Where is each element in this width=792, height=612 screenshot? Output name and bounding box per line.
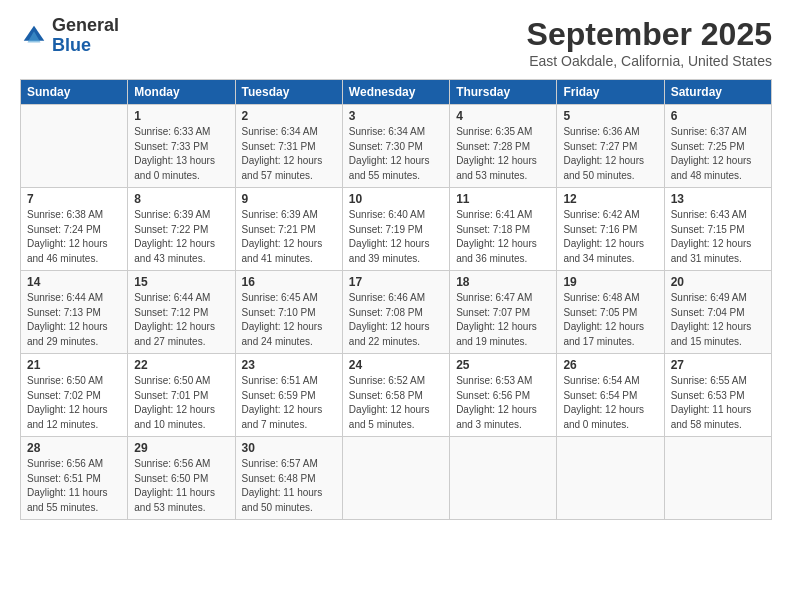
calendar-week-4: 21Sunrise: 6:50 AM Sunset: 7:02 PM Dayli…: [21, 354, 772, 437]
calendar-cell: [21, 105, 128, 188]
header-day-friday: Friday: [557, 80, 664, 105]
day-number: 7: [27, 192, 121, 206]
day-info: Sunrise: 6:53 AM Sunset: 6:56 PM Dayligh…: [456, 374, 550, 432]
header-day-sunday: Sunday: [21, 80, 128, 105]
day-info: Sunrise: 6:45 AM Sunset: 7:10 PM Dayligh…: [242, 291, 336, 349]
day-number: 18: [456, 275, 550, 289]
day-number: 1: [134, 109, 228, 123]
day-info: Sunrise: 6:52 AM Sunset: 6:58 PM Dayligh…: [349, 374, 443, 432]
header-day-saturday: Saturday: [664, 80, 771, 105]
title-block: September 2025 East Oakdale, California,…: [527, 16, 772, 69]
calendar-week-1: 1Sunrise: 6:33 AM Sunset: 7:33 PM Daylig…: [21, 105, 772, 188]
day-info: Sunrise: 6:44 AM Sunset: 7:13 PM Dayligh…: [27, 291, 121, 349]
day-info: Sunrise: 6:48 AM Sunset: 7:05 PM Dayligh…: [563, 291, 657, 349]
calendar-cell: 18Sunrise: 6:47 AM Sunset: 7:07 PM Dayli…: [450, 271, 557, 354]
calendar-cell: 24Sunrise: 6:52 AM Sunset: 6:58 PM Dayli…: [342, 354, 449, 437]
day-info: Sunrise: 6:37 AM Sunset: 7:25 PM Dayligh…: [671, 125, 765, 183]
calendar-cell: 6Sunrise: 6:37 AM Sunset: 7:25 PM Daylig…: [664, 105, 771, 188]
day-info: Sunrise: 6:39 AM Sunset: 7:21 PM Dayligh…: [242, 208, 336, 266]
day-number: 14: [27, 275, 121, 289]
day-number: 15: [134, 275, 228, 289]
location: East Oakdale, California, United States: [527, 53, 772, 69]
day-info: Sunrise: 6:55 AM Sunset: 6:53 PM Dayligh…: [671, 374, 765, 432]
calendar-cell: 29Sunrise: 6:56 AM Sunset: 6:50 PM Dayli…: [128, 437, 235, 520]
day-number: 11: [456, 192, 550, 206]
day-number: 28: [27, 441, 121, 455]
day-info: Sunrise: 6:34 AM Sunset: 7:30 PM Dayligh…: [349, 125, 443, 183]
day-info: Sunrise: 6:50 AM Sunset: 7:01 PM Dayligh…: [134, 374, 228, 432]
calendar-week-5: 28Sunrise: 6:56 AM Sunset: 6:51 PM Dayli…: [21, 437, 772, 520]
day-info: Sunrise: 6:46 AM Sunset: 7:08 PM Dayligh…: [349, 291, 443, 349]
day-number: 6: [671, 109, 765, 123]
calendar-cell: 1Sunrise: 6:33 AM Sunset: 7:33 PM Daylig…: [128, 105, 235, 188]
day-info: Sunrise: 6:40 AM Sunset: 7:19 PM Dayligh…: [349, 208, 443, 266]
day-number: 5: [563, 109, 657, 123]
day-number: 9: [242, 192, 336, 206]
calendar-cell: [450, 437, 557, 520]
day-info: Sunrise: 6:34 AM Sunset: 7:31 PM Dayligh…: [242, 125, 336, 183]
day-info: Sunrise: 6:41 AM Sunset: 7:18 PM Dayligh…: [456, 208, 550, 266]
day-number: 3: [349, 109, 443, 123]
calendar-cell: 4Sunrise: 6:35 AM Sunset: 7:28 PM Daylig…: [450, 105, 557, 188]
day-number: 20: [671, 275, 765, 289]
day-info: Sunrise: 6:36 AM Sunset: 7:27 PM Dayligh…: [563, 125, 657, 183]
day-number: 27: [671, 358, 765, 372]
header-day-thursday: Thursday: [450, 80, 557, 105]
logo-text: General Blue: [52, 16, 119, 56]
calendar-cell: 13Sunrise: 6:43 AM Sunset: 7:15 PM Dayli…: [664, 188, 771, 271]
day-info: Sunrise: 6:57 AM Sunset: 6:48 PM Dayligh…: [242, 457, 336, 515]
day-number: 30: [242, 441, 336, 455]
day-number: 25: [456, 358, 550, 372]
day-info: Sunrise: 6:47 AM Sunset: 7:07 PM Dayligh…: [456, 291, 550, 349]
day-info: Sunrise: 6:39 AM Sunset: 7:22 PM Dayligh…: [134, 208, 228, 266]
calendar-cell: 28Sunrise: 6:56 AM Sunset: 6:51 PM Dayli…: [21, 437, 128, 520]
logo-general-text: General: [52, 16, 119, 36]
day-info: Sunrise: 6:51 AM Sunset: 6:59 PM Dayligh…: [242, 374, 336, 432]
main-container: General Blue September 2025 East Oakdale…: [0, 0, 792, 530]
calendar-cell: 21Sunrise: 6:50 AM Sunset: 7:02 PM Dayli…: [21, 354, 128, 437]
day-info: Sunrise: 6:54 AM Sunset: 6:54 PM Dayligh…: [563, 374, 657, 432]
calendar-cell: 12Sunrise: 6:42 AM Sunset: 7:16 PM Dayli…: [557, 188, 664, 271]
calendar-cell: 20Sunrise: 6:49 AM Sunset: 7:04 PM Dayli…: [664, 271, 771, 354]
day-info: Sunrise: 6:49 AM Sunset: 7:04 PM Dayligh…: [671, 291, 765, 349]
calendar-cell: 30Sunrise: 6:57 AM Sunset: 6:48 PM Dayli…: [235, 437, 342, 520]
day-number: 13: [671, 192, 765, 206]
calendar-cell: 5Sunrise: 6:36 AM Sunset: 7:27 PM Daylig…: [557, 105, 664, 188]
day-info: Sunrise: 6:35 AM Sunset: 7:28 PM Dayligh…: [456, 125, 550, 183]
logo-blue-text: Blue: [52, 36, 119, 56]
day-info: Sunrise: 6:33 AM Sunset: 7:33 PM Dayligh…: [134, 125, 228, 183]
month-title: September 2025: [527, 16, 772, 53]
day-number: 2: [242, 109, 336, 123]
day-info: Sunrise: 6:56 AM Sunset: 6:51 PM Dayligh…: [27, 457, 121, 515]
calendar-cell: [342, 437, 449, 520]
day-number: 26: [563, 358, 657, 372]
day-number: 21: [27, 358, 121, 372]
calendar-cell: 27Sunrise: 6:55 AM Sunset: 6:53 PM Dayli…: [664, 354, 771, 437]
calendar-cell: [557, 437, 664, 520]
header-day-monday: Monday: [128, 80, 235, 105]
calendar-cell: 10Sunrise: 6:40 AM Sunset: 7:19 PM Dayli…: [342, 188, 449, 271]
calendar-week-3: 14Sunrise: 6:44 AM Sunset: 7:13 PM Dayli…: [21, 271, 772, 354]
calendar-cell: 25Sunrise: 6:53 AM Sunset: 6:56 PM Dayli…: [450, 354, 557, 437]
header-day-wednesday: Wednesday: [342, 80, 449, 105]
day-number: 24: [349, 358, 443, 372]
day-number: 12: [563, 192, 657, 206]
logo: General Blue: [20, 16, 119, 56]
header-row: SundayMondayTuesdayWednesdayThursdayFrid…: [21, 80, 772, 105]
calendar-table: SundayMondayTuesdayWednesdayThursdayFrid…: [20, 79, 772, 520]
day-number: 19: [563, 275, 657, 289]
day-info: Sunrise: 6:38 AM Sunset: 7:24 PM Dayligh…: [27, 208, 121, 266]
header-day-tuesday: Tuesday: [235, 80, 342, 105]
day-info: Sunrise: 6:43 AM Sunset: 7:15 PM Dayligh…: [671, 208, 765, 266]
calendar-cell: 14Sunrise: 6:44 AM Sunset: 7:13 PM Dayli…: [21, 271, 128, 354]
day-number: 10: [349, 192, 443, 206]
calendar-cell: 19Sunrise: 6:48 AM Sunset: 7:05 PM Dayli…: [557, 271, 664, 354]
calendar-week-2: 7Sunrise: 6:38 AM Sunset: 7:24 PM Daylig…: [21, 188, 772, 271]
day-info: Sunrise: 6:44 AM Sunset: 7:12 PM Dayligh…: [134, 291, 228, 349]
calendar-cell: 15Sunrise: 6:44 AM Sunset: 7:12 PM Dayli…: [128, 271, 235, 354]
calendar-cell: 23Sunrise: 6:51 AM Sunset: 6:59 PM Dayli…: [235, 354, 342, 437]
day-info: Sunrise: 6:56 AM Sunset: 6:50 PM Dayligh…: [134, 457, 228, 515]
calendar-cell: 3Sunrise: 6:34 AM Sunset: 7:30 PM Daylig…: [342, 105, 449, 188]
calendar-cell: 26Sunrise: 6:54 AM Sunset: 6:54 PM Dayli…: [557, 354, 664, 437]
calendar-cell: 11Sunrise: 6:41 AM Sunset: 7:18 PM Dayli…: [450, 188, 557, 271]
